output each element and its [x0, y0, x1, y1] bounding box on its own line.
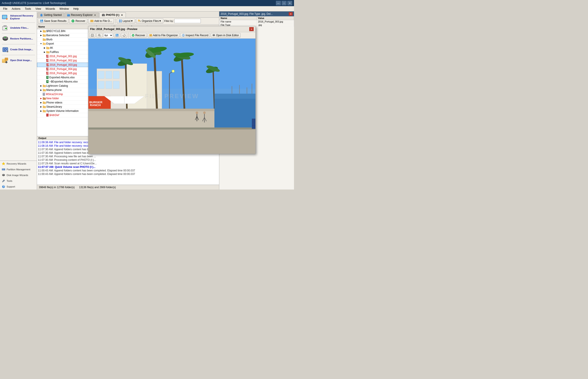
sidebar-item-restore[interactable]: Restore Partitions... — [1, 34, 36, 44]
sidebar-item-undelete[interactable]: Undelete Files... — [1, 23, 36, 33]
tab-recovery-explorer[interactable]: Recovery Explorer ✕ — [65, 12, 99, 17]
sidebar-item-support[interactable]: ? Support — [0, 184, 37, 190]
svg-rect-59 — [43, 43, 46, 45]
svg-rect-24 — [2, 169, 5, 170]
sidebar-label-undelete: Undelete Files... — [10, 27, 29, 29]
recover-button[interactable]: Recover — [69, 18, 87, 24]
folder-icon — [43, 101, 46, 104]
svg-rect-133 — [105, 71, 112, 79]
folder-icon — [43, 110, 46, 112]
tab-close-photo-drive[interactable]: ✕ — [120, 14, 123, 16]
svg-rect-5 — [3, 25, 7, 27]
expand-button[interactable]: ▶ — [40, 89, 42, 91]
right-panel-cell-value: .jpg — [257, 23, 294, 27]
folder-deleted-icon — [43, 97, 46, 100]
zoom-select[interactable]: 8pt 12pt 16pt Fit — [103, 33, 113, 37]
tab-close-recovery-explorer[interactable]: ✕ — [93, 14, 97, 16]
organize-files-button[interactable]: Organize Files▼ — [136, 18, 163, 23]
svg-rect-116 — [116, 35, 118, 36]
menu-actions[interactable]: Actions — [10, 7, 22, 11]
save-scan-button[interactable]: Save Scan Results — [38, 18, 68, 24]
preview-content: BURGER RANCH — [88, 39, 255, 154]
expand-button[interactable]: ▶ — [40, 34, 42, 37]
sidebar-divider-2 — [2, 33, 35, 33]
preview-inspect-label: Inspect File Record — [186, 34, 208, 37]
sidebar-label-advanced-recovery: Advanced Recovery Explorer — [10, 14, 35, 20]
home-icon — [40, 14, 43, 16]
right-panel-cell-name: File name — [219, 20, 257, 23]
expand-button[interactable]: ▶ — [40, 30, 42, 32]
preview-inspect-button[interactable]: i Inspect File Record — [180, 33, 210, 37]
preview-zoom-out-button[interactable] — [96, 33, 103, 37]
svg-rect-132 — [98, 71, 104, 79]
app-title: Active@ UNDELETE [Licensed to: LSoft Tec… — [2, 1, 66, 5]
menu-wizards[interactable]: Wizards — [44, 7, 57, 11]
preview-close-button[interactable]: ✕ — [249, 27, 254, 31]
preview-open-disk-button[interactable]: Open in Disk Editor — [211, 33, 240, 37]
menu-tools[interactable]: Tools — [23, 7, 33, 11]
tab-bar: Getting Started Recovery Explorer ✕ PHOT… — [37, 12, 219, 18]
jpg-file-icon: JPG — [46, 67, 49, 71]
svg-rect-40 — [41, 21, 43, 22]
sidebar-item-tools[interactable]: Tools — [0, 178, 37, 184]
preview-save-button[interactable] — [114, 33, 120, 37]
svg-rect-102 — [43, 106, 46, 108]
svg-rect-101 — [43, 101, 44, 102]
folder-icon — [43, 38, 46, 41]
sidebar-item-recovery-wizards[interactable]: Recovery Wizards — [0, 161, 37, 167]
expand-button[interactable]: ▼ — [40, 42, 42, 45]
preview-toolbar: 8pt 12pt 16pt Fit Recover — [88, 32, 255, 39]
list-item: 11:00:43 AM: Append folders content has … — [38, 169, 218, 172]
tab-label-getting-started: Getting Started — [44, 14, 62, 16]
svg-point-14 — [5, 49, 6, 50]
sidebar-item-create-disk[interactable]: + Create Disk Image... — [1, 45, 36, 54]
svg-rect-181 — [252, 119, 255, 129]
sidebar-item-advanced-recovery[interactable]: Advanced Recovery Explorer — [1, 12, 36, 22]
right-panel-close[interactable]: ✕ — [289, 12, 293, 16]
svg-rect-180 — [88, 127, 255, 129]
status-right: 13136 file(s) and 2669 folder(s) — [79, 186, 116, 189]
svg-rect-137 — [113, 81, 119, 89]
expand-button[interactable]: ▶ — [43, 47, 46, 49]
preview-zoom-fit-button[interactable] — [89, 33, 95, 37]
menu-file[interactable]: File — [1, 7, 10, 11]
menu-view[interactable]: View — [33, 7, 44, 11]
tab-label-photo-drive: PHOTO (I:) — [106, 14, 119, 16]
sidebar-item-open-disk[interactable]: Open Disk Image... — [1, 56, 36, 65]
expand-button[interactable]: ▶ — [40, 97, 42, 100]
expand-button[interactable]: ▶ — [40, 101, 42, 104]
tmp-file-icon: TMP — [43, 93, 45, 96]
preview-recover-button[interactable]: Recover — [130, 33, 147, 37]
svg-rect-60 — [43, 43, 44, 43]
menu-help[interactable]: Help — [71, 7, 81, 11]
filter-input[interactable] — [174, 19, 201, 23]
col-header-name[interactable]: Name — [37, 25, 94, 29]
add-organizer-button[interactable]: Add to File O... — [88, 18, 114, 24]
title-bar-controls: — □ ✕ — [276, 1, 292, 5]
close-button[interactable]: ✕ — [287, 1, 292, 5]
recover-icon — [71, 19, 75, 23]
maximize-button[interactable]: □ — [282, 1, 287, 5]
svg-marker-52 — [140, 20, 141, 22]
preview-add-organizer-button[interactable]: Add to File Organizer — [148, 33, 179, 37]
create-disk-icon: + — [2, 46, 9, 53]
zoom-out-icon — [98, 34, 101, 37]
tab-getting-started[interactable]: Getting Started — [37, 12, 64, 17]
organize-files-label: Organize Files▼ — [142, 19, 161, 22]
expand-button[interactable]: ▶ — [40, 110, 42, 112]
recover-preview-icon — [132, 34, 135, 37]
menu-window[interactable]: Window — [57, 7, 71, 11]
layout-button[interactable]: Layout▼ — [117, 18, 135, 23]
expand-button[interactable]: ▶ — [40, 105, 42, 108]
sidebar-item-partition-management[interactable]: Partition Management — [0, 167, 37, 172]
sidebar-label-open-disk: Open Disk Image... — [10, 59, 32, 62]
svg-rect-100 — [43, 102, 46, 104]
sidebar-item-disk-image-wizards[interactable]: Disk Image Wizards — [0, 172, 37, 178]
save-preview-icon — [116, 34, 118, 37]
minimize-button[interactable]: — — [276, 1, 281, 5]
tab-photo-drive[interactable]: PHOTO (I:) ✕ — [99, 12, 126, 17]
preview-rotate-button[interactable] — [121, 33, 127, 37]
svg-text:?: ? — [3, 185, 4, 188]
expand-button[interactable]: ▶ — [43, 51, 46, 53]
expand-button[interactable]: ▶ — [40, 84, 42, 87]
